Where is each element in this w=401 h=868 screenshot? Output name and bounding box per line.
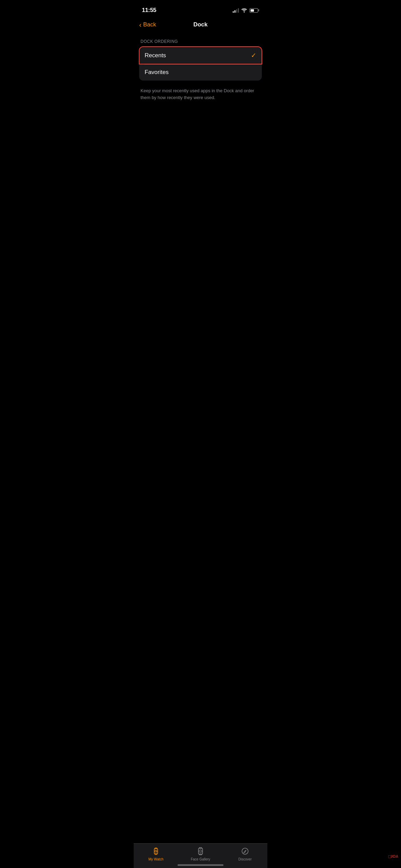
section-header: DOCK ORDERING xyxy=(139,39,262,44)
battery-icon xyxy=(250,8,259,13)
favorites-label: Favorites xyxy=(145,69,169,76)
nav-bar: ‹ Back Dock xyxy=(134,19,267,32)
section-description: Keep your most recently used apps in the… xyxy=(139,85,262,101)
back-chevron-icon: ‹ xyxy=(139,21,142,28)
main-content: DOCK ORDERING Recents ✓ Favorites Keep y… xyxy=(134,32,267,101)
recents-label: Recents xyxy=(145,52,166,59)
status-bar: 11:55 xyxy=(134,0,267,19)
signal-icon xyxy=(233,8,239,13)
recents-option[interactable]: Recents ✓ xyxy=(139,47,262,64)
back-button[interactable]: ‹ Back xyxy=(139,21,156,28)
status-icons xyxy=(233,8,259,13)
checkmark-icon: ✓ xyxy=(251,51,256,59)
wifi-icon xyxy=(241,8,247,13)
favorites-option[interactable]: Favorites xyxy=(139,64,262,81)
page-title: Dock xyxy=(193,21,208,28)
dock-ordering-group: Recents ✓ Favorites xyxy=(139,47,262,81)
status-time: 11:55 xyxy=(142,7,156,14)
back-label: Back xyxy=(143,21,156,28)
